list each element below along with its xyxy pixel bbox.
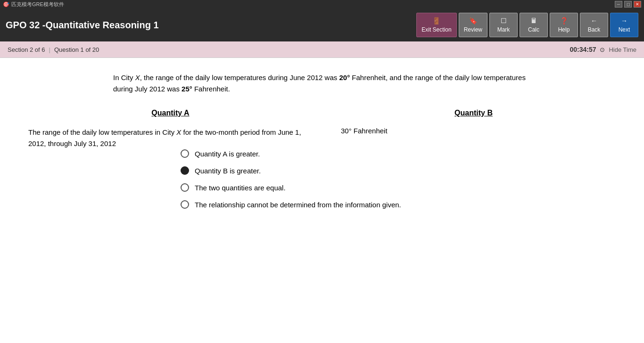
mark-icon: ☐: [501, 17, 507, 24]
quantity-headers: Quantity A Quantity B: [19, 109, 625, 117]
page-title: GPO 32 -Quantitative Reasoning 1: [6, 20, 159, 31]
radio-a[interactable]: [181, 149, 189, 158]
next-button[interactable]: → Next: [610, 13, 638, 37]
exit-section-icon: 🚪: [432, 17, 440, 24]
review-button[interactable]: 🔖 Review: [459, 13, 487, 37]
quantity-a-text: The range of the daily low temperatures …: [19, 127, 313, 149]
choice-d-label: The relationship cannot be determined fr…: [195, 201, 401, 209]
help-button[interactable]: ❓ Help: [550, 13, 578, 37]
timer: 00:34:57: [570, 46, 596, 53]
choice-d[interactable]: The relationship cannot be determined fr…: [181, 200, 511, 209]
quantity-b-header: Quantity B: [322, 109, 625, 117]
app-name: 匹克模考GRE模考软件: [11, 1, 64, 8]
header: GPO 32 -Quantitative Reasoning 1 🚪 Exit …: [0, 8, 644, 41]
help-icon: ❓: [560, 17, 568, 24]
clock-icon: ⊙: [600, 46, 605, 53]
title-bar: 🎯 匹克模考GRE模考软件 ─ ◻ ✕: [0, 0, 644, 8]
choice-c-label: The two quantities are equal.: [195, 184, 286, 192]
quantity-b-text: 30° Fahrenheit: [322, 127, 625, 135]
answer-choices: Quantity A is greater. Quantity B is gre…: [133, 149, 511, 209]
quantity-a-header: Quantity A: [19, 109, 322, 117]
quantity-row: The range of the daily low temperatures …: [19, 127, 625, 149]
header-buttons: 🚪 Exit Section 🔖 Review ☐ Mark 🖩 Calc ❓ …: [416, 13, 638, 37]
status-bar: Section 2 of 6 | Question 1 of 20 00:34:…: [0, 41, 644, 58]
calc-icon: 🖩: [530, 17, 537, 24]
back-button[interactable]: ← Back: [580, 13, 608, 37]
radio-b[interactable]: [181, 166, 189, 175]
choice-c[interactable]: The two quantities are equal.: [181, 183, 511, 192]
minimize-button[interactable]: ─: [615, 1, 622, 8]
separator: |: [49, 46, 50, 53]
choice-b-label: Quantity B is greater.: [195, 167, 261, 175]
radio-d[interactable]: [181, 200, 189, 209]
choice-a[interactable]: Quantity A is greater.: [181, 149, 511, 158]
radio-c[interactable]: [181, 183, 189, 192]
mark-button[interactable]: ☐ Mark: [489, 13, 518, 37]
exit-section-button[interactable]: 🚪 Exit Section: [416, 13, 456, 37]
back-icon: ←: [591, 17, 597, 24]
next-icon: →: [621, 17, 627, 24]
close-button[interactable]: ✕: [634, 1, 641, 8]
question-info: Question 1 of 20: [54, 46, 99, 53]
choice-a-label: Quantity A is greater.: [195, 150, 260, 158]
hide-time-button[interactable]: Hide Time: [609, 46, 636, 53]
question-passage: In City X, the range of the daily low te…: [113, 72, 537, 95]
choice-b[interactable]: Quantity B is greater.: [181, 166, 511, 175]
calc-button[interactable]: 🖩 Calc: [520, 13, 548, 37]
review-icon: 🔖: [469, 17, 477, 24]
section-info: Section 2 of 6: [8, 46, 45, 53]
restore-button[interactable]: ◻: [624, 1, 632, 8]
app-icon: 🎯: [3, 1, 9, 8]
main-content: In City X, the range of the daily low te…: [0, 58, 644, 343]
